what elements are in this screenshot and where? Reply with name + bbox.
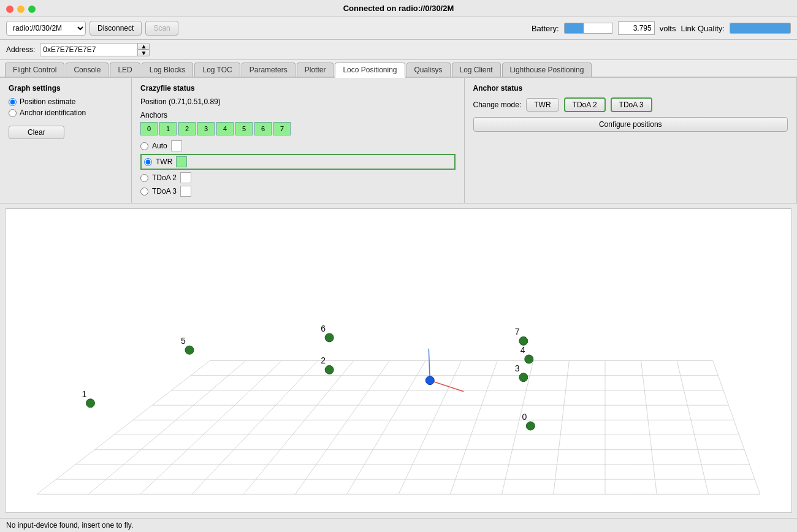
tab-log-toc[interactable]: Log TOC [194,63,240,77]
status-text: No input-device found, insert one to fly… [6,521,133,530]
address-down-button[interactable]: ▼ [137,50,150,56]
anchor-identification-radio[interactable] [9,109,17,117]
anchor-identification-option[interactable]: Anchor identification [9,108,123,117]
visualization-area [5,208,792,513]
change-mode-label: Change mode: [473,101,522,109]
crazyflie-status-title: Crazyflie status [140,84,456,93]
twr-mode-button[interactable]: TWR [526,98,559,112]
visualization-canvas [6,209,791,512]
crazyflie-status-panel: Crazyflie status Position (0.71,0.51,0.8… [132,78,465,203]
anchors-label: Anchors [140,111,456,120]
anchor-box-0: 0 [140,122,158,135]
minimize-circle[interactable] [17,6,25,13]
auto-label: Auto [152,142,167,150]
tab-flight-control[interactable]: Flight Control [5,63,64,77]
tab-qualisys[interactable]: Qualisys [406,63,451,77]
tdoa3-mode-row: TDoA 3 [140,186,456,197]
anchor-boxes: 0 1 2 3 4 5 6 7 [140,122,456,135]
tabs-bar: Flight Control Console LED Log Blocks Lo… [0,60,797,78]
position-estimate-label: Position estimate [20,97,75,106]
auto-checkbox [171,140,182,151]
toolbar-left: radio://0/30/2M Disconnect Scan [6,21,178,36]
tab-lighthouse-positioning[interactable]: Lighthouse Positioning [502,63,592,77]
tab-console[interactable]: Console [66,63,109,77]
address-bar: Address: ▲ ▼ [0,40,797,60]
position-estimate-radio[interactable] [9,98,17,106]
anchor-identification-label: Anchor identification [20,108,86,117]
scan-button[interactable]: Scan [145,21,178,36]
close-circle[interactable] [6,6,13,13]
graph-settings-title: Graph settings [9,84,123,93]
panels-row: Graph settings Position estimate Anchor … [0,78,797,203]
tdoa3-mode-button[interactable]: TDoA 3 [611,97,652,112]
mode-options: Auto TWR TDoA 2 TDoA 3 [140,140,456,197]
anchor-status-panel: Anchor status Change mode: TWR TDoA 2 TD… [465,78,798,203]
twr-mode-row: TWR [140,154,456,170]
tdoa2-radio[interactable] [140,174,148,182]
link-quality-bar [730,23,790,33]
address-input[interactable] [40,43,138,56]
link-quality-bar-container [730,23,791,34]
tdoa2-mode-button[interactable]: TDoA 2 [564,97,606,112]
toolbar: radio://0/30/2M Disconnect Scan Battery:… [0,17,797,40]
anchor-box-7: 7 [273,122,291,135]
battery-bar [565,23,584,33]
volts-label: volts [660,24,676,33]
tab-plotter[interactable]: Plotter [297,63,334,77]
toolbar-right: Battery: volts Link Quality: [532,21,791,35]
voltage-input[interactable] [618,21,655,35]
tdoa3-radio[interactable] [140,188,148,196]
tab-loco-positioning[interactable]: Loco Positioning [335,63,405,78]
anchor-box-1: 1 [159,122,177,135]
auto-mode-row: Auto [140,140,456,151]
twr-radio[interactable] [144,158,152,166]
anchor-box-4: 4 [216,122,234,135]
disconnect-button[interactable]: Disconnect [90,21,142,36]
anchor-box-6: 6 [254,122,272,135]
position-estimate-option[interactable]: Position estimate [9,97,123,106]
position-text: Position (0.71,0.51,0.89) [140,97,456,106]
maximize-circle[interactable] [28,6,36,13]
tab-log-blocks[interactable]: Log Blocks [142,63,194,77]
twr-label: TWR [156,158,172,166]
tab-led[interactable]: LED [110,63,140,77]
clear-button[interactable]: Clear [9,126,64,139]
anchors-section: Anchors 0 1 2 3 4 5 6 7 [140,111,456,135]
main-content: Graph settings Position estimate Anchor … [0,78,797,518]
change-mode-row: Change mode: TWR TDoA 2 TDoA 3 [473,97,788,112]
address-label: Address: [6,45,35,54]
tdoa2-checkbox [180,172,191,183]
graph-settings-panel: Graph settings Position estimate Anchor … [0,78,132,203]
anchor-box-5: 5 [235,122,253,135]
radio-group: Position estimate Anchor identification [9,97,123,117]
anchor-status-title: Anchor status [473,84,788,93]
title-bar: Connected on radio://0/30/2M [0,0,797,17]
title-text: Connected on radio://0/30/2M [343,4,454,13]
anchor-box-3: 3 [197,122,215,135]
status-bar: No input-device found, insert one to fly… [0,518,797,532]
configure-positions-button[interactable]: Configure positions [473,117,788,132]
address-up-button[interactable]: ▲ [137,43,150,50]
tdoa2-label: TDoA 2 [152,173,177,182]
battery-label: Battery: [532,24,559,33]
battery-bar-container [564,23,613,34]
tdoa2-mode-row: TDoA 2 [140,172,456,183]
tdoa3-label: TDoA 3 [152,187,177,196]
twr-status-box [176,156,187,167]
address-row: ▲ ▼ [40,43,150,56]
tdoa3-checkbox [180,186,191,197]
anchor-box-2: 2 [178,122,196,135]
radio-select[interactable]: radio://0/30/2M [6,21,86,36]
tab-log-client[interactable]: Log Client [452,63,501,77]
tab-parameters[interactable]: Parameters [242,63,296,77]
auto-radio[interactable] [140,142,148,150]
link-quality-label: Link Quality: [681,24,725,33]
